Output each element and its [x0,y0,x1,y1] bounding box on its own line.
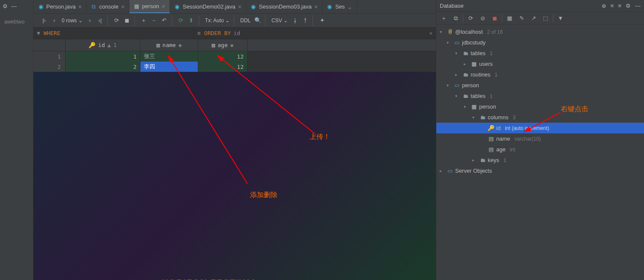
tab-label: Person.java [46,3,76,10]
add-row-button[interactable]: ＋ [139,16,149,25]
table-view-icon[interactable]: ▦ [505,14,514,23]
tab-person-java[interactable]: ◉ Person.java × [33,0,86,13]
where-filter[interactable]: ▼ WHERE [33,27,194,39]
column-header-age[interactable]: ▤ age ◆ [198,39,247,51]
close-icon[interactable]: × [314,3,318,10]
close-icon[interactable]: × [78,3,82,10]
chevron-down-icon[interactable]: ▾ [455,51,460,56]
submit-button[interactable]: ⬆ [187,16,196,25]
chevron-down-icon[interactable]: ▾ [464,104,469,109]
tab-session02[interactable]: ◉ SessionDemo02.java × [170,0,246,13]
edit-icon[interactable]: ✎ [517,14,526,23]
project-hint: awebtwo [2,16,27,27]
chevron-right-icon[interactable]: ▸ [455,72,460,77]
rows-dropdown[interactable]: 0 rows ⌄ [60,18,84,24]
filter-icon: ▼ [37,30,40,36]
row-index: 1 [33,51,66,62]
column-header-name[interactable]: ▤ name ◆ [140,39,198,51]
tree-server-objects[interactable]: ▸ ▭ Server Objects [436,165,644,176]
gear-icon[interactable]: ⚙ [626,3,631,9]
tree-table-person[interactable]: ▾ ▦ person [436,101,644,112]
chevron-down-icon[interactable]: ▾ [447,83,452,88]
chevron-down-icon[interactable]: ▾ [472,115,477,120]
tree-column-id[interactable]: 🔑 id int (auto increment) [436,123,644,133]
annotation-upload: 上传！ [310,133,330,141]
tree-column-age[interactable]: ▤ age int [436,144,644,155]
upload-icon[interactable]: ⭱ [301,16,310,25]
column-header-id[interactable]: 🔑 id ▲ 1 [66,39,140,51]
remove-row-button[interactable]: － [149,16,159,25]
stop-icon[interactable]: ◼ [490,14,499,23]
sort-icon: ◆ [230,42,234,48]
server-icon: ▭ [447,168,453,174]
sync-icon[interactable]: ⊘ [478,14,487,23]
clear-filter-icon[interactable]: × [429,30,432,36]
java-icon: ◉ [250,4,256,10]
close-icon[interactable]: × [162,3,165,10]
minimize-icon[interactable]: — [635,3,641,9]
cell-age[interactable]: 12 [198,62,247,72]
ddl-button[interactable]: DDL [239,18,252,24]
download-icon[interactable]: ⭳ [290,16,300,25]
duplicate-icon[interactable]: ⧉ [451,14,460,23]
tree-routines-folder[interactable]: ▸ 🖿 routines 1 [436,69,644,80]
preview-changes-icon[interactable]: ⟳ [176,16,186,25]
prev-page-icon[interactable]: ‹ [50,16,59,25]
sort-icon: ≡ [197,30,201,36]
expand-icon[interactable]: ≡ [618,3,621,9]
collapse-icon[interactable]: ≡ [611,3,614,9]
folder-icon: 🖿 [479,114,486,121]
search-icon[interactable]: 🔍 [253,16,262,25]
table-row[interactable]: 2 2 李四 12 [33,62,436,72]
add-datasource-button[interactable]: ＋ [439,14,448,23]
cell-age[interactable]: 12 [198,51,247,62]
tab-person-table[interactable]: ▦ person × [129,0,170,13]
next-page-icon[interactable]: › [85,16,95,25]
tree-tables-folder[interactable]: ▾ 🖿 tables 1 [436,48,644,59]
tx-dropdown[interactable]: Tx: Auto ⌄ [203,18,231,24]
tree-schema-jdbcstudy[interactable]: ▾ ▭ jdbcstudy [436,37,644,48]
cell-name[interactable]: 李四 [140,62,198,72]
console-icon[interactable]: ⬚ [541,14,550,23]
export-dropdown[interactable]: CSV ⌄ [270,18,289,24]
tab-console[interactable]: ⧉ console × [86,0,129,13]
close-icon[interactable]: × [121,3,125,10]
refresh-icon[interactable]: ⟳ [466,14,475,23]
first-page-icon[interactable]: |‹ [39,16,49,25]
chevron-down-icon[interactable]: ▾ [455,94,460,98]
tab-label: Ses [335,3,345,10]
cell-id[interactable]: 1 [66,51,140,62]
chevron-down-icon[interactable]: ▾ [447,40,452,45]
revert-icon[interactable]: ↶ [160,16,169,25]
filter-icon[interactable]: ▼ [556,14,565,23]
order-by-filter[interactable]: ≡ ORDER BY id × [194,27,436,39]
table-row[interactable]: 1 1 张三 12 [33,51,436,62]
chevron-right-icon[interactable]: ▸ [440,168,445,173]
target-icon[interactable]: ⊕ [602,3,606,9]
java-icon: ◉ [327,4,333,10]
chevron-right-icon[interactable]: ▸ [472,158,477,162]
last-page-icon[interactable]: ›| [95,16,105,25]
tab-label: SessionDemo03.java [259,3,312,10]
tree-schema-person[interactable]: ▾ ▭ person [436,80,644,91]
tree-column-name[interactable]: ▤ name varchar(10) [436,133,644,144]
chevron-down-icon[interactable]: ⌄ [347,3,352,10]
minimize-icon[interactable]: — [11,3,17,9]
gear-icon[interactable]: ⚙ [3,3,8,9]
close-icon[interactable]: × [238,3,242,10]
table-icon: ▦ [134,3,140,9]
tree-datasource[interactable]: ▾ 🛢 @localhost 2 of 16 [436,27,644,37]
tree-tables-folder[interactable]: ▾ 🖿 tables 1 [436,91,644,101]
reload-icon[interactable]: ⟳ [112,16,122,25]
tree-keys-folder[interactable]: ▸ 🖿 keys 1 [436,155,644,165]
jump-icon[interactable]: ↗ [529,14,538,23]
cell-id[interactable]: 2 [66,62,140,72]
cell-name[interactable]: 张三 [140,51,198,62]
tab-session03[interactable]: ◉ SessionDemo03.java × [246,0,322,13]
tree-table-users[interactable]: ▸ ▦ users [436,59,644,69]
tree-columns-folder[interactable]: ▾ 🖿 columns 3 [436,112,644,123]
compare-icon[interactable]: ✦ [317,16,327,25]
tab-truncated[interactable]: ◉ Ses ⌄ [322,0,357,13]
chevron-right-icon[interactable]: ▸ [464,62,469,66]
chevron-down-icon[interactable]: ▾ [440,29,445,34]
